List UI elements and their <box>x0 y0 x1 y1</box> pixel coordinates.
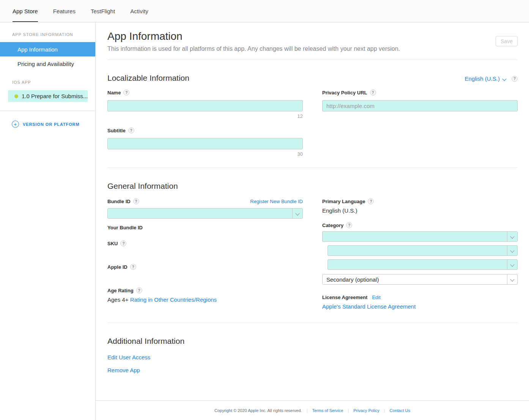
category-select-2[interactable] <box>327 245 518 256</box>
name-input[interactable] <box>107 100 303 111</box>
general-section-title: General Information <box>107 182 178 191</box>
chevron-down-icon <box>507 274 517 284</box>
section-divider <box>107 323 518 323</box>
help-icon[interactable]: ? <box>133 198 139 204</box>
your-bundle-id-label: Your Bundle ID <box>107 225 303 230</box>
sidebar-item-version-1-0[interactable]: 1.0 Prepare for Submiss... <box>8 90 88 102</box>
remove-app-link[interactable]: Remove App <box>107 367 518 373</box>
edit-user-access-link[interactable]: Edit User Access <box>107 354 518 360</box>
plus-circle-icon: + <box>12 121 19 128</box>
chevron-down-icon <box>292 208 302 218</box>
bundle-id-label: Bundle ID <box>107 199 131 204</box>
privacy-policy-url-label: Privacy Policy URL <box>322 90 367 96</box>
sidebar-section-header-app-store-information: APP STORE INFORMATION <box>0 32 95 37</box>
sku-label: SKU <box>107 241 118 246</box>
localizable-section-title: Localizable Information <box>107 74 189 83</box>
sidebar-divider <box>0 111 95 111</box>
help-icon[interactable]: ? <box>123 89 129 96</box>
tab-testflight[interactable]: TestFlight <box>91 0 115 22</box>
license-edit-link[interactable]: Edit <box>372 295 380 300</box>
name-char-count: 12 <box>107 113 303 119</box>
help-icon[interactable]: ? <box>120 240 126 246</box>
section-general-information: General Information Bundle ID ? Register… <box>107 182 518 310</box>
sidebar-item-pricing-availability[interactable]: Pricing and Availability <box>0 56 95 71</box>
tab-features[interactable]: Features <box>53 0 76 22</box>
category-select-3[interactable] <box>327 259 518 270</box>
footer-link-contact[interactable]: Contact Us <box>390 408 410 413</box>
category-select-1-value <box>323 232 507 241</box>
bundle-id-select[interactable] <box>107 208 303 219</box>
bundle-id-select-value <box>108 208 292 218</box>
main-content: App Information This information is used… <box>96 22 529 420</box>
section-localizable-information: Localizable Information English (U.S.) ?… <box>107 74 518 157</box>
additional-section-title: Additional Information <box>107 337 184 346</box>
add-version-button[interactable]: + VERSION OR PLATFORM <box>12 121 80 128</box>
language-selector[interactable]: English (U.S.) ? <box>464 75 518 82</box>
footer-link-privacy[interactable]: Privacy Policy <box>353 408 379 413</box>
chevron-down-icon <box>502 77 506 80</box>
name-label: Name <box>107 90 121 96</box>
primary-language-value: English (U.S.) <box>322 207 518 214</box>
sidebar: APP STORE INFORMATION App Information Pr… <box>0 22 96 420</box>
sidebar-item-app-information[interactable]: App Information <box>0 42 95 56</box>
help-icon[interactable]: ? <box>128 127 134 133</box>
footer: Copyright © 2020 Apple Inc. All rights r… <box>96 400 529 420</box>
register-new-bundle-id-link[interactable]: Register New Bundle ID <box>250 199 303 204</box>
category-select-2-value <box>328 246 507 255</box>
category-select-1[interactable] <box>322 231 518 242</box>
age-rating-link[interactable]: Rating in Other Countries/Regions <box>130 296 217 303</box>
tab-activity[interactable]: Activity <box>130 0 148 22</box>
secondary-category-value: Secondary (optional) <box>323 274 507 284</box>
sidebar-section-header-ios-app: IOS APP <box>0 80 95 85</box>
language-selector-value[interactable]: English (U.S.) <box>464 75 500 82</box>
subtitle-char-count: 30 <box>107 151 303 157</box>
category-select-3-value <box>328 260 507 270</box>
chevron-down-icon <box>507 246 517 255</box>
age-rating-label: Age Rating <box>107 288 134 293</box>
footer-separator: | <box>307 408 308 413</box>
tab-app-store[interactable]: App Store <box>13 0 38 22</box>
top-navigation: App Store Features TestFlight Activity <box>0 0 529 22</box>
help-icon[interactable]: ? <box>368 198 374 204</box>
chevron-down-icon <box>507 232 517 241</box>
category-label: Category <box>322 223 343 228</box>
license-agreement-label: License Agreement <box>322 295 367 300</box>
footer-copyright: Copyright © 2020 Apple Inc. All rights r… <box>214 408 302 413</box>
footer-separator: | <box>384 408 385 413</box>
license-agreement-link[interactable]: Apple's Standard License Agreement <box>322 303 518 310</box>
help-icon[interactable]: ? <box>512 76 518 82</box>
section-additional-information: Additional Information Edit User Access … <box>107 337 518 373</box>
add-version-label: VERSION OR PLATFORM <box>23 122 80 127</box>
subtitle-label: Subtitle <box>107 128 126 133</box>
privacy-policy-url-input[interactable] <box>322 100 518 111</box>
help-icon[interactable]: ? <box>130 264 136 270</box>
section-divider <box>107 168 518 168</box>
help-icon[interactable]: ? <box>370 89 376 96</box>
sidebar-version-label: 1.0 Prepare for Submiss... <box>22 93 88 99</box>
secondary-category-select[interactable]: Secondary (optional) <box>322 274 518 285</box>
apple-id-label: Apple ID <box>107 264 128 270</box>
footer-separator: | <box>348 408 349 413</box>
help-icon[interactable]: ? <box>136 287 142 293</box>
subtitle-input[interactable] <box>107 138 303 149</box>
primary-language-label: Primary Language <box>322 199 365 204</box>
help-icon[interactable]: ? <box>346 222 352 228</box>
footer-link-terms[interactable]: Terms of Service <box>312 408 343 413</box>
status-dot <box>14 94 18 98</box>
page-title: App Information <box>107 31 400 42</box>
age-rating-value: Ages 4+ <box>107 296 128 303</box>
page-subtitle: This information is used for all platfor… <box>107 45 400 53</box>
save-button[interactable]: Save <box>496 36 518 46</box>
section-divider <box>107 60 518 60</box>
chevron-down-icon <box>507 260 517 270</box>
